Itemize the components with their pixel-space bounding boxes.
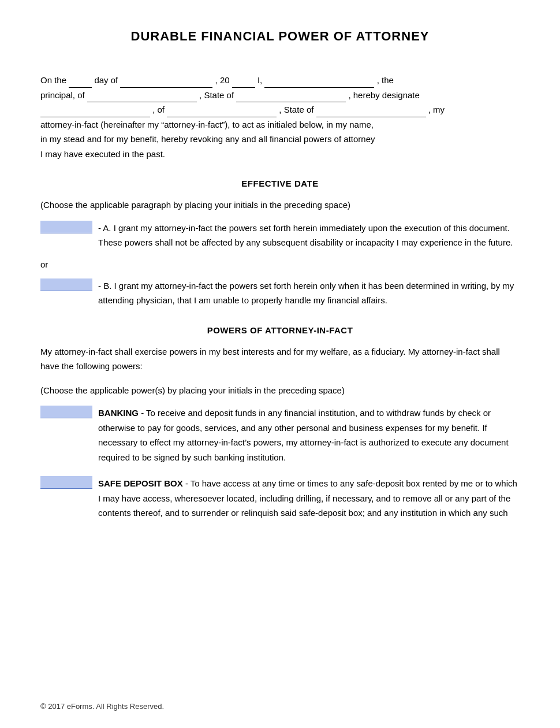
option-b-text: - B. I grant my attorney-in-fact the pow… (98, 278, 520, 308)
intro-line4: attorney-in-fact (hereinafter my “attorn… (40, 120, 374, 129)
intro-state-of-2: , State of (279, 105, 316, 114)
or-text: or (40, 259, 520, 269)
intro-on-the: On the (40, 75, 66, 85)
date-field[interactable] (120, 77, 212, 88)
day-field[interactable] (69, 77, 92, 88)
intro-hereby-designate: , hereby designate (348, 90, 419, 100)
banking-block: BANKING - To receive and deposit funds i… (40, 406, 520, 465)
intro-i: I, (257, 75, 265, 85)
document-title: DURABLE FINANCIAL POWER OF ATTORNEY (40, 29, 520, 44)
attorney-state-field[interactable] (316, 107, 426, 117)
option-a-text: - A. I grant my attorney-in-fact the pow… (98, 221, 520, 250)
footer: © 2017 eForms. All Rights Reserved. (40, 702, 164, 711)
safe-deposit-initials-field[interactable] (40, 476, 92, 489)
intro-line6: I may have executed in the past. (40, 149, 165, 159)
intro-principal-of: principal, of (40, 90, 87, 100)
intro-of: , of (152, 105, 167, 114)
intro-my: , my (428, 105, 445, 114)
banking-description: - To receive and deposit funds in any fi… (98, 408, 509, 462)
attorney-address-field[interactable] (167, 107, 277, 117)
safe-deposit-block: SAFE DEPOSIT BOX - To have access at any… (40, 476, 520, 521)
effective-date-note: (Choose the applicable paragraph by plac… (40, 198, 520, 213)
banking-label: BANKING (98, 408, 139, 418)
principal-state-field[interactable] (236, 92, 346, 102)
year-field[interactable] (232, 77, 255, 88)
banking-initials-field[interactable] (40, 406, 92, 418)
intro-day-of: day of (94, 75, 120, 85)
intro-paragraph: On the day of , 20 I, , the principal, o… (40, 73, 520, 161)
effective-date-title: EFFECTIVE DATE (40, 179, 520, 188)
attorney-name-field[interactable] (40, 107, 150, 117)
intro-year-prefix: , 20 (215, 75, 230, 85)
option-b-block: - B. I grant my attorney-in-fact the pow… (40, 278, 520, 308)
powers-intro: My attorney-in-fact shall exercise power… (40, 344, 520, 374)
principal-address-field[interactable] (87, 92, 197, 102)
intro-the: , the (377, 75, 394, 85)
powers-note: (Choose the applicable power(s) by placi… (40, 383, 520, 398)
intro-line5: in my stead and for my benefit, hereby r… (40, 134, 375, 144)
option-a-block: - A. I grant my attorney-in-fact the pow… (40, 221, 520, 250)
banking-text: BANKING - To receive and deposit funds i… (98, 406, 520, 465)
safe-deposit-label: SAFE DEPOSIT BOX (98, 478, 183, 488)
option-b-initials-field[interactable] (40, 278, 92, 291)
intro-state-of: , State of (199, 90, 236, 100)
safe-deposit-text: SAFE DEPOSIT BOX - To have access at any… (98, 476, 520, 521)
powers-section-title: POWERS OF ATTORNEY-IN-FACT (40, 325, 520, 335)
option-a-initials-field[interactable] (40, 221, 92, 233)
footer-text: © 2017 eForms. All Rights Reserved. (40, 702, 164, 711)
principal-name-field[interactable] (264, 77, 374, 88)
